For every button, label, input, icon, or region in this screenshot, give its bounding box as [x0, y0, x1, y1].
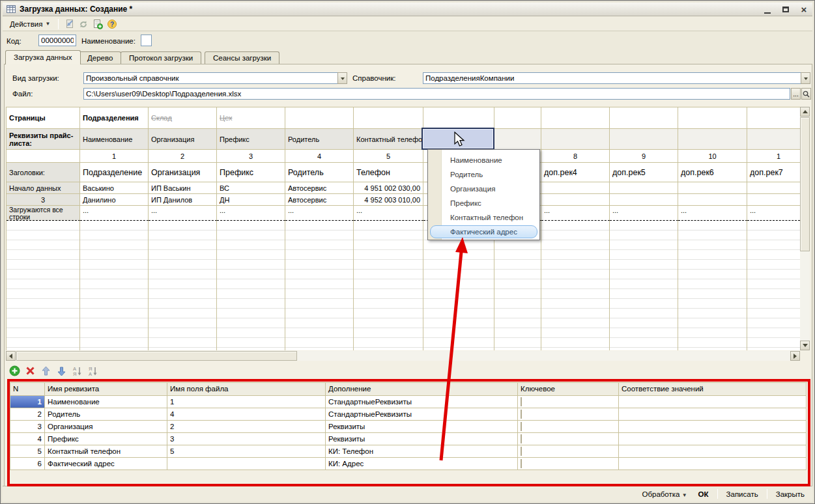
catalog-combobox[interactable] [423, 72, 801, 84]
code-input[interactable] [38, 35, 76, 46]
attr-name-cell[interactable]: Фактический адрес [45, 458, 167, 470]
table-row[interactable]: 2 Родитель 4 СтандартныеРеквизиты [10, 408, 807, 421]
col-header-value-map[interactable]: Соответствие значений [619, 383, 807, 396]
menu-item[interactable]: Контактный телефон [428, 210, 539, 225]
table-row[interactable]: 5 Контактный телефон 5 КИ: Телефон [10, 445, 807, 458]
file-path-input[interactable] [83, 88, 790, 100]
col-header-addition[interactable]: Дополнение [326, 383, 518, 396]
tab-tree[interactable]: Дерево [79, 51, 121, 64]
addition-cell[interactable]: КИ: Адрес [326, 458, 518, 470]
tab-load-protocol[interactable]: Протокол загрузки [121, 51, 201, 64]
col-header-key[interactable]: Ключевое [518, 383, 619, 396]
table-row[interactable]: 6 Фактический адрес КИ: Адрес [10, 458, 807, 470]
selected-attribute-cell[interactable] [422, 128, 494, 150]
write-button[interactable]: Записать [724, 489, 761, 499]
key-checkbox[interactable] [521, 397, 522, 406]
addition-cell[interactable]: СтандартныеРеквизиты [326, 396, 518, 408]
move-down-icon[interactable] [55, 365, 68, 377]
add-row-icon[interactable] [8, 365, 21, 377]
key-checkbox[interactable] [521, 434, 522, 443]
sort-ascending-icon[interactable]: А Я [71, 365, 83, 377]
row-number-cell[interactable]: 6 [10, 458, 45, 470]
key-checkbox[interactable] [521, 422, 522, 431]
row-number-cell-selected[interactable]: 1 [10, 396, 45, 408]
attr-cell[interactable]: Контактный телефон [354, 129, 423, 150]
attr-cell[interactable]: Организация [149, 129, 217, 150]
file-browse-button[interactable]: ... [791, 88, 801, 100]
move-up-icon[interactable] [40, 365, 52, 377]
attr-name-cell[interactable]: Наименование [45, 396, 167, 408]
col-header-n[interactable]: N [10, 383, 45, 396]
file-field-cell[interactable] [167, 458, 326, 470]
grid-horizontal-scrollbar[interactable] [6, 351, 800, 361]
file-field-cell[interactable]: 5 [167, 445, 326, 458]
addition-cell[interactable]: Реквизиты [326, 433, 518, 445]
attr-cell[interactable]: Родитель [285, 129, 354, 150]
close-button[interactable]: × [799, 5, 808, 14]
value-map-cell[interactable] [619, 433, 807, 445]
key-checkbox[interactable] [521, 459, 522, 468]
actions-menu-button[interactable]: Действия ▼ [5, 18, 55, 30]
table-row[interactable]: 3 Организация 2 Реквизиты [10, 421, 807, 433]
page-tab-excluded[interactable]: Цех [217, 107, 285, 129]
value-map-cell[interactable] [619, 396, 807, 408]
attr-name-cell[interactable]: Контактный телефон [45, 445, 167, 458]
col-header-attr-name[interactable]: Имя реквизита [45, 383, 167, 396]
row-number-cell[interactable]: 5 [10, 445, 45, 458]
scroll-up-button[interactable] [800, 107, 810, 117]
scroll-right-button[interactable] [790, 351, 800, 361]
grid-vertical-scrollbar[interactable] [800, 107, 810, 350]
addition-cell[interactable]: КИ: Телефон [326, 445, 518, 458]
vertical-scroll-thumb[interactable] [800, 117, 810, 251]
scroll-left-button[interactable] [6, 351, 16, 361]
file-field-cell[interactable]: 2 [167, 421, 326, 433]
attr-name-cell[interactable]: Организация [45, 421, 167, 433]
page-tab-active[interactable]: Подразделения [80, 107, 149, 129]
attr-cell[interactable]: Префикс [217, 129, 285, 150]
row-number-cell[interactable]: 2 [10, 408, 45, 421]
catalog-dropdown-button[interactable] [801, 72, 810, 84]
post-icon[interactable] [63, 18, 76, 30]
row-number-cell[interactable]: 4 [10, 433, 45, 445]
processing-menu-button[interactable]: Обработка ▼ [639, 489, 689, 499]
create-based-on-icon[interactable] [91, 18, 104, 30]
menu-item[interactable]: Префикс [428, 196, 539, 210]
sort-descending-icon[interactable]: Я А [87, 365, 99, 377]
table-row[interactable]: 4 Префикс 3 Реквизиты [10, 433, 807, 445]
tab-load-sessions[interactable]: Сеансы загрузки [205, 51, 279, 64]
name-input[interactable] [141, 35, 152, 46]
tab-load-data[interactable]: Загрузка данных [5, 50, 81, 64]
page-tab-excluded[interactable]: Склад [149, 107, 217, 129]
col-header-file-field[interactable]: Имя поля файла [167, 383, 326, 396]
value-map-cell[interactable] [619, 408, 807, 421]
close-form-button[interactable]: Закрыть [773, 489, 807, 499]
table-row[interactable]: 1 Наименование 1 СтандартныеРеквизиты [10, 396, 807, 408]
value-map-cell[interactable] [619, 458, 807, 470]
menu-item-highlighted[interactable]: Фактический адрес [430, 225, 537, 238]
addition-cell[interactable]: Реквизиты [326, 421, 518, 433]
file-search-button[interactable] [801, 88, 811, 100]
attr-name-cell[interactable]: Префикс [45, 433, 167, 445]
maximize-button[interactable] [781, 5, 790, 14]
file-field-cell[interactable]: 3 [167, 433, 326, 445]
key-checkbox[interactable] [521, 447, 522, 456]
refresh-icon[interactable] [77, 18, 90, 30]
row-number-cell[interactable]: 3 [10, 421, 45, 433]
scroll-down-button[interactable] [800, 341, 810, 350]
load-kind-dropdown-button[interactable] [337, 72, 347, 84]
file-field-cell[interactable]: 4 [167, 408, 326, 421]
horizontal-scroll-thumb[interactable] [16, 351, 297, 361]
help-icon[interactable]: ? [106, 18, 119, 30]
attr-cell[interactable]: Наименование [80, 129, 149, 150]
addition-cell[interactable]: СтандартныеРеквизиты [326, 408, 518, 421]
attr-name-cell[interactable]: Родитель [45, 408, 167, 421]
value-map-cell[interactable] [619, 445, 807, 458]
load-kind-combobox[interactable] [83, 72, 338, 84]
minimize-button[interactable] [763, 5, 772, 14]
key-checkbox[interactable] [521, 410, 522, 419]
ok-button[interactable]: ОК [696, 489, 711, 499]
file-field-cell[interactable]: 1 [167, 396, 326, 408]
menu-item[interactable]: Организация [428, 182, 539, 196]
value-map-cell[interactable] [619, 421, 807, 433]
menu-item[interactable]: Наименование [428, 153, 539, 167]
